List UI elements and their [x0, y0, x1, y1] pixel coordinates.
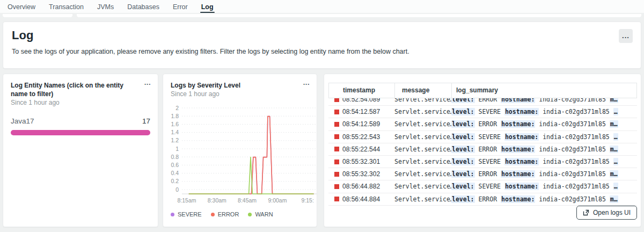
column-header-message[interactable]: message	[395, 83, 452, 98]
message-cell: Servlet.service…	[394, 170, 451, 178]
table-row[interactable]: 08:52:54.089Servlet.service…level: ERROR…	[328, 98, 637, 106]
timestamp-cell: 08:56:44.884	[328, 195, 394, 203]
table-row[interactable]: 08:55:32.301Servlet.service…level: SEVER…	[328, 156, 637, 168]
tab-overview[interactable]: Overview	[8, 0, 35, 13]
message-cell: Servlet.service…	[394, 108, 451, 115]
message-cell: Servlet.service…	[394, 158, 451, 165]
truncated-key-chip: m…	[610, 98, 618, 103]
legend-item-error[interactable]: ERROR	[211, 211, 239, 218]
column-header-log-summary[interactable]: log_summary	[452, 83, 636, 98]
level-key-chip: level:	[451, 170, 475, 178]
level-key-chip: level:	[451, 108, 475, 115]
page-description: To see the logs of your application, ple…	[12, 48, 409, 55]
table-row[interactable]: 08:55:22.543Servlet.service…level: SEVER…	[328, 131, 637, 143]
table-row[interactable]: 08:54:12.587Servlet.service…level: SEVER…	[328, 106, 637, 118]
y-axis-tick-label: 2	[175, 105, 179, 111]
legend-dot-icon	[248, 213, 252, 216]
timestamp-value: 08:54:12.589	[342, 120, 380, 128]
entity-bar[interactable]	[11, 130, 150, 135]
log-level-marker-icon	[334, 122, 339, 127]
message-cell: Servlet.service…	[394, 133, 451, 141]
tab-error[interactable]: Error	[173, 0, 188, 13]
ellipsis-icon: ...	[303, 78, 310, 86]
table-row[interactable]: 08:56:44.882Servlet.service…level: SEVER…	[328, 180, 637, 193]
timestamp-cell: 08:55:22.543	[328, 133, 394, 141]
log-summary-cell: level: SEVERE hostname: india-c02gd371ml…	[451, 108, 637, 115]
log-summary-cell: level: ERROR hostname: india-c02gd371ml8…	[451, 170, 637, 178]
truncated-key-chip: m…	[610, 170, 618, 178]
x-axis-tick-label: 9:15:	[302, 197, 314, 204]
tab-jvms[interactable]: JVMs	[97, 0, 114, 13]
timestamp-value: 08:52:54.089	[342, 98, 380, 103]
log-level-marker-icon	[334, 147, 339, 151]
legend-label: ERROR	[218, 211, 239, 218]
log-summary-cell: level: SEVERE hostname: india-c02gd371ml…	[451, 183, 637, 190]
timestamp-value: 08:55:32.302	[342, 170, 380, 178]
ellipsis-icon: ...	[622, 32, 630, 40]
tab-transaction[interactable]: Transaction	[49, 0, 84, 13]
tab-log[interactable]: Log	[201, 0, 214, 13]
timestamp-value: 08:55:22.543	[342, 133, 380, 141]
hostname-key-chip: hostname:	[501, 170, 535, 178]
severity-panel-menu-button[interactable]: ...	[303, 78, 310, 86]
x-axis-tick-label: 8:45am	[238, 197, 257, 204]
entity-panel-menu-button[interactable]: ...	[144, 78, 151, 86]
column-header-timestamp[interactable]: timestamp	[329, 83, 395, 98]
scrolled-card-remnant-left	[3, 14, 72, 17]
truncated-key-chip: …	[613, 158, 618, 165]
tab-databases[interactable]: Databases	[127, 0, 159, 13]
table-row[interactable]: 08:55:22.544Servlet.service…level: ERROR…	[328, 143, 637, 156]
header-overflow-menu-button[interactable]: ...	[619, 29, 633, 43]
level-key-chip: level:	[451, 183, 475, 190]
series-line-error	[189, 117, 314, 194]
log-summary-cell: level: ERROR hostname: india-c02gd371ml8…	[451, 120, 637, 128]
hostname-key-chip: hostname:	[501, 146, 535, 153]
log-level-marker-icon	[334, 110, 339, 114]
y-axis-tick-label: 0.6	[171, 162, 179, 168]
logs-by-severity-panel: Logs by Severity Level ... Since 1 hour …	[163, 74, 317, 227]
timestamp-cell: 08:52:54.089	[328, 98, 394, 103]
level-key-chip: level:	[451, 195, 475, 203]
timestamp-cell: 08:54:12.589	[328, 120, 394, 128]
x-axis-tick-label: 8:15am	[177, 197, 196, 204]
open-logs-ui-button[interactable]: Open logs UI	[576, 206, 637, 220]
tab-bar: OverviewTransactionJVMsDatabasesErrorLog	[0, 0, 644, 13]
panel-title: Log Entity Names (click on the entity na…	[11, 81, 136, 98]
legend-item-severe[interactable]: SEVERE	[171, 211, 202, 218]
external-link-icon	[583, 209, 589, 216]
table-row[interactable]: 08:55:32.302Servlet.service…level: ERROR…	[328, 168, 637, 180]
level-key-chip: level:	[451, 146, 475, 153]
timestamp-value: 08:55:22.544	[342, 146, 380, 153]
time-range-label: Since 1 hour ago	[11, 99, 60, 106]
y-axis-tick-label: 1.4	[171, 129, 179, 135]
entity-count-value: 17	[142, 117, 150, 125]
log-level-marker-icon	[334, 172, 339, 177]
message-cell: Servlet.service…	[394, 98, 451, 103]
log-summary-cell: level: ERROR hostname: india-c02gd371ml8…	[451, 195, 637, 203]
truncated-key-chip: …	[613, 183, 618, 190]
level-key-chip: level:	[451, 120, 475, 128]
series-line-warn	[189, 157, 314, 194]
legend-dot-icon	[211, 213, 215, 216]
table-row[interactable]: 08:54:12.589Servlet.service…level: ERROR…	[328, 118, 637, 130]
log-level-marker-icon	[334, 184, 339, 189]
ellipsis-icon: ...	[144, 78, 151, 86]
truncated-key-chip: m…	[610, 120, 618, 128]
y-axis-tick-label: 1	[175, 146, 179, 152]
entity-name-label[interactable]: Java17	[11, 117, 34, 125]
log-entity-names-panel: Log Entity Names (click on the entity na…	[3, 74, 158, 227]
page-title: Log	[12, 28, 33, 42]
panel-title: Logs by Severity Level	[171, 81, 296, 90]
series-line-severe	[189, 117, 314, 194]
hostname-key-chip: hostname:	[504, 133, 539, 141]
timestamp-cell: 08:55:32.301	[328, 158, 394, 165]
table-header-row: timestamp message log_summary	[328, 83, 637, 98]
timestamp-value: 08:55:32.301	[342, 158, 380, 165]
legend-item-warn[interactable]: WARN	[248, 211, 273, 218]
timestamp-value: 08:56:44.884	[342, 195, 380, 203]
log-header-card: Log To see the logs of your application,…	[3, 21, 641, 69]
hostname-key-chip: hostname:	[504, 183, 539, 190]
truncated-key-chip: …	[613, 133, 618, 141]
table-row[interactable]: 08:56:44.884Servlet.service…level: ERROR…	[328, 193, 637, 206]
level-key-chip: level:	[451, 98, 475, 103]
